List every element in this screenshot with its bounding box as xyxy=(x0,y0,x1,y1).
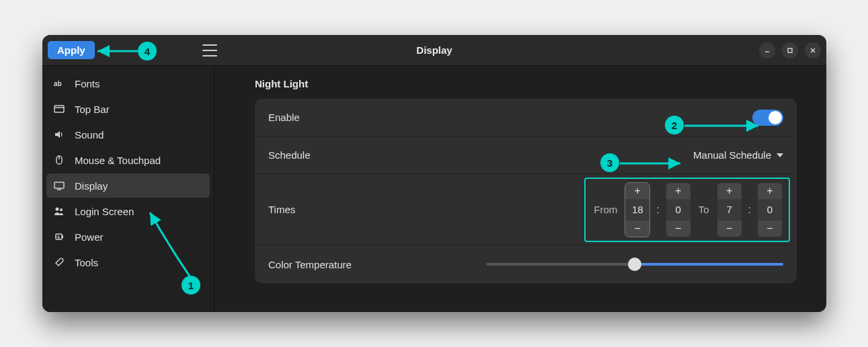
plus-icon[interactable]: + xyxy=(758,183,782,199)
row-color-temperature: Color Temperature xyxy=(255,245,797,283)
annotation-badge-4: 4 xyxy=(138,42,157,61)
minimize-button[interactable] xyxy=(759,42,775,59)
tools-icon xyxy=(53,256,65,268)
to-hour-value: 7 xyxy=(717,199,742,221)
content-area: Night Light Enable Schedule Manual Sched… xyxy=(214,66,826,312)
minus-icon[interactable]: − xyxy=(666,221,691,237)
sidebar-item-label: Top Bar xyxy=(75,104,110,115)
schedule-label: Schedule xyxy=(268,149,311,161)
fonts-icon: ab xyxy=(53,77,65,89)
to-hour-stepper[interactable]: + 7 − xyxy=(717,183,742,237)
titlebar: Apply Display xyxy=(42,35,826,66)
color-temperature-label: Color Temperature xyxy=(268,259,352,270)
maximize-button[interactable] xyxy=(782,42,798,59)
svg-text:ab: ab xyxy=(54,80,62,87)
sidebar-item-label: Power xyxy=(75,231,104,243)
sidebar-item-display[interactable]: Display xyxy=(46,174,210,198)
annotation-arrow-1 xyxy=(143,207,204,281)
times-label: Times xyxy=(268,204,295,215)
schedule-value: Manual Schedule xyxy=(693,149,771,161)
settings-window: Apply Display ab Fonts Top Ba xyxy=(42,35,826,312)
annotation-badge-2: 2 xyxy=(665,116,684,134)
times-box: From + 18 − : + 0 − To xyxy=(584,178,790,242)
from-minute-stepper[interactable]: + 0 − xyxy=(666,183,691,237)
sidebar-item-label: Mouse & Touchpad xyxy=(75,155,161,166)
sidebar-item-sound[interactable]: Sound xyxy=(46,122,210,147)
from-label: From xyxy=(594,204,617,215)
sidebar-item-label: Sound xyxy=(75,129,104,141)
to-label: To xyxy=(699,204,709,215)
svg-point-12 xyxy=(60,208,63,211)
annotation-arrow-3 xyxy=(620,157,687,169)
power-icon xyxy=(53,231,65,243)
annotation-arrow-4 xyxy=(95,45,142,57)
minus-icon[interactable]: − xyxy=(758,221,782,237)
sidebar-item-mouse[interactable]: Mouse & Touchpad xyxy=(46,148,210,172)
row-schedule: Schedule Manual Schedule xyxy=(255,137,797,174)
svg-rect-5 xyxy=(54,106,64,112)
to-minute-value: 0 xyxy=(758,199,782,221)
toggle-knob xyxy=(768,111,782,124)
window-title: Display xyxy=(416,44,452,56)
close-icon xyxy=(810,47,816,54)
hamburger-menu-icon[interactable] xyxy=(202,44,217,56)
svg-rect-9 xyxy=(54,182,64,188)
window-controls xyxy=(759,42,821,59)
maximize-icon xyxy=(787,47,793,54)
colon: : xyxy=(748,204,751,216)
svg-rect-1 xyxy=(788,48,792,52)
topbar-icon xyxy=(53,103,65,115)
svg-point-11 xyxy=(56,208,59,211)
minus-icon[interactable]: − xyxy=(717,221,742,237)
from-minute-value: 0 xyxy=(666,199,691,221)
mouse-icon xyxy=(53,154,65,166)
chevron-down-icon xyxy=(777,153,783,157)
color-temperature-slider[interactable] xyxy=(486,263,783,266)
from-hour-stepper[interactable]: + 18 − xyxy=(625,183,649,237)
svg-rect-14 xyxy=(62,235,63,238)
minimize-icon xyxy=(764,47,771,54)
plus-icon[interactable]: + xyxy=(625,183,649,199)
colon: : xyxy=(656,204,659,216)
apply-button[interactable]: Apply xyxy=(48,41,95,59)
enable-label: Enable xyxy=(268,112,300,123)
sound-icon xyxy=(53,128,65,141)
annotation-arrow-2 xyxy=(684,120,765,132)
from-hour-value: 18 xyxy=(625,199,649,221)
minus-icon[interactable]: − xyxy=(625,221,649,237)
sidebar-item-label: Login Screen xyxy=(75,206,134,217)
plus-icon[interactable]: + xyxy=(666,183,691,199)
slider-knob[interactable] xyxy=(628,258,641,271)
annotation-badge-1: 1 xyxy=(182,276,200,295)
slider-fill xyxy=(635,263,783,266)
close-button[interactable] xyxy=(805,42,821,59)
sidebar-item-label: Display xyxy=(75,180,108,192)
sidebar-item-fonts[interactable]: ab Fonts xyxy=(46,71,210,95)
sidebar-item-label: Fonts xyxy=(75,78,100,89)
schedule-dropdown[interactable]: Manual Schedule xyxy=(693,149,783,161)
login-icon xyxy=(53,205,65,217)
row-times: Times From + 18 − : + 0 − xyxy=(255,174,797,245)
to-minute-stepper[interactable]: + 0 − xyxy=(758,183,782,237)
sidebar-item-label: Tools xyxy=(75,257,98,268)
plus-icon[interactable]: + xyxy=(717,183,742,199)
annotation-badge-3: 3 xyxy=(600,153,619,172)
sidebar-item-topbar[interactable]: Top Bar xyxy=(46,97,210,121)
display-icon xyxy=(53,180,65,192)
section-title: Night Light xyxy=(255,78,797,89)
